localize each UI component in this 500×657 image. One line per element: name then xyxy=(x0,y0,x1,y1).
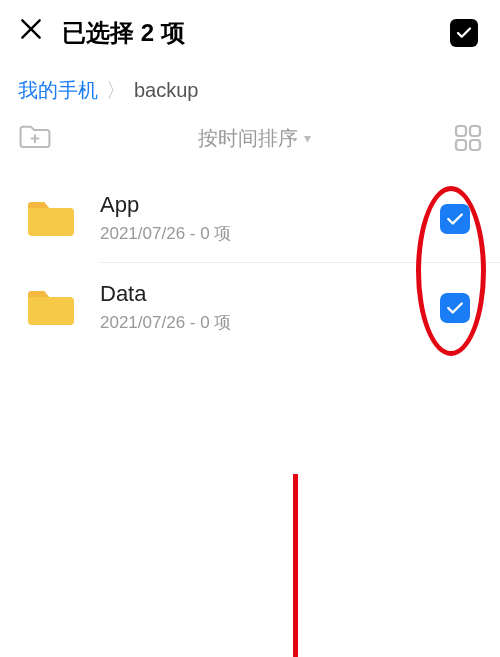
svg-rect-1 xyxy=(470,126,480,136)
breadcrumb-root[interactable]: 我的手机 xyxy=(18,77,98,104)
chevron-down-icon: ▾ xyxy=(304,130,311,146)
new-folder-icon[interactable] xyxy=(18,122,66,154)
sort-button[interactable]: 按时间排序 ▾ xyxy=(66,125,442,152)
chevron-right-icon: 〉 xyxy=(106,77,126,104)
annotation-line xyxy=(293,474,298,657)
page-title: 已选择 2 项 xyxy=(62,17,450,49)
item-name: App xyxy=(100,192,440,218)
sort-label: 按时间排序 xyxy=(198,125,298,152)
folder-icon xyxy=(26,196,84,242)
select-all-button[interactable] xyxy=(450,19,478,47)
item-meta: 2021/07/26 - 0 项 xyxy=(100,222,440,245)
folder-icon xyxy=(26,285,84,331)
item-name: Data xyxy=(100,281,440,307)
svg-rect-2 xyxy=(456,140,466,150)
list-item[interactable]: App 2021/07/26 - 0 项 xyxy=(0,174,500,263)
item-meta: 2021/07/26 - 0 项 xyxy=(100,311,440,334)
svg-rect-0 xyxy=(456,126,466,136)
list-item[interactable]: Data 2021/07/26 - 0 项 xyxy=(0,263,500,352)
checkbox-checked-icon[interactable] xyxy=(440,293,470,323)
breadcrumb: 我的手机 〉 backup xyxy=(0,59,500,118)
file-list: App 2021/07/26 - 0 项 Data 2021/07/26 - 0… xyxy=(0,166,500,352)
grid-view-icon[interactable] xyxy=(442,124,482,152)
close-icon[interactable] xyxy=(18,16,62,49)
svg-rect-3 xyxy=(470,140,480,150)
breadcrumb-current: backup xyxy=(134,79,199,102)
checkbox-checked-icon[interactable] xyxy=(440,204,470,234)
